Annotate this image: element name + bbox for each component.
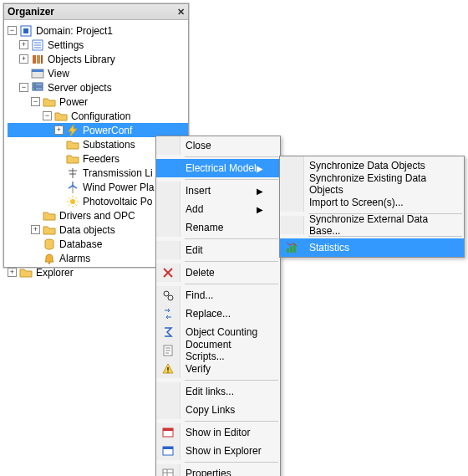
svg-point-38 xyxy=(168,295,173,300)
library-icon xyxy=(31,53,44,66)
sum-icon xyxy=(156,323,181,341)
menu-edit[interactable]: Edit xyxy=(156,241,280,259)
folder-icon xyxy=(66,152,79,166)
expand-icon[interactable]: + xyxy=(19,40,28,49)
svg-rect-10 xyxy=(32,69,43,72)
submenu-electrical-model: Synchronize Data Objects Synchronize Exi… xyxy=(279,156,465,258)
svg-rect-11 xyxy=(33,83,43,86)
expand-icon[interactable]: + xyxy=(19,54,28,64)
svg-point-44 xyxy=(167,371,169,373)
menu-document-scripts[interactable]: Document Scripts... xyxy=(156,341,280,360)
svg-rect-6 xyxy=(33,55,36,64)
svg-line-29 xyxy=(69,197,70,199)
menu-delete[interactable]: Delete xyxy=(156,264,280,282)
separator xyxy=(185,462,278,463)
menu-rename[interactable]: Rename xyxy=(156,218,280,237)
power-config-icon xyxy=(66,124,79,137)
svg-line-30 xyxy=(76,204,78,206)
menu-find[interactable]: Find... xyxy=(156,286,280,305)
svg-line-32 xyxy=(76,197,78,199)
svg-point-34 xyxy=(48,262,50,264)
folder-icon xyxy=(54,110,68,123)
menu-electrical-model[interactable]: Electrical Model ▶ xyxy=(156,159,280,177)
collapse-icon[interactable]: − xyxy=(19,83,28,92)
menu-close[interactable]: Close xyxy=(156,136,280,155)
alarm-icon xyxy=(43,252,56,265)
submenu-sync-existing[interactable]: Synchronize Existing Data Objects xyxy=(280,175,464,193)
wind-icon xyxy=(66,181,79,194)
solar-icon xyxy=(66,195,79,208)
collapse-icon[interactable]: − xyxy=(43,111,52,120)
collapse-icon[interactable]: − xyxy=(31,97,40,106)
context-menu: Close Electrical Model ▶ Insert ▶ Add ▶ … xyxy=(155,136,281,476)
submenu-arrow-icon: ▶ xyxy=(257,187,263,196)
svg-rect-1 xyxy=(23,28,28,33)
svg-marker-15 xyxy=(69,125,77,136)
expand-icon[interactable]: + xyxy=(8,268,17,277)
svg-rect-12 xyxy=(33,87,43,90)
menu-show-in-explorer[interactable]: Show in Explorer xyxy=(156,442,280,460)
tree-node-server-objects[interactable]: − Server objects xyxy=(8,80,188,95)
replace-icon xyxy=(156,305,181,323)
svg-rect-48 xyxy=(163,447,173,449)
separator xyxy=(185,380,278,381)
panel-header: Organizer ✕ xyxy=(4,4,188,20)
svg-rect-7 xyxy=(37,55,40,64)
expand-icon[interactable]: + xyxy=(31,225,40,234)
svg-rect-46 xyxy=(163,428,173,431)
view-icon xyxy=(31,67,44,80)
explorer-icon xyxy=(19,266,33,279)
separator xyxy=(185,179,278,180)
submenu-statistics[interactable]: Statistics xyxy=(280,238,464,257)
svg-rect-8 xyxy=(41,55,43,64)
collapse-icon[interactable]: − xyxy=(8,26,17,35)
separator xyxy=(185,284,278,284)
svg-point-14 xyxy=(34,88,36,90)
tree-node-view[interactable]: View xyxy=(8,66,188,80)
svg-rect-52 xyxy=(287,248,289,253)
svg-point-13 xyxy=(34,84,36,85)
properties-icon xyxy=(156,464,181,476)
find-icon xyxy=(156,286,181,305)
folder-icon xyxy=(43,223,56,237)
tree-node-domain[interactable]: − Domain: Project1 xyxy=(8,23,188,38)
folder-icon xyxy=(43,95,56,109)
script-icon xyxy=(156,341,181,360)
editor-icon xyxy=(156,423,181,442)
menu-insert[interactable]: Insert ▶ xyxy=(156,182,280,200)
separator xyxy=(185,238,278,239)
expand-icon[interactable]: + xyxy=(54,125,64,135)
submenu-import-screens[interactable]: Import to Screen(s)... xyxy=(280,193,464,212)
delete-icon xyxy=(156,264,181,282)
svg-point-37 xyxy=(164,291,169,296)
menu-replace[interactable]: Replace... xyxy=(156,305,280,323)
explorer-window-icon xyxy=(156,442,181,460)
separator xyxy=(185,156,278,157)
tree-node-objects-library[interactable]: + Objects Library xyxy=(8,52,188,66)
tree-node-power[interactable]: − Power xyxy=(8,95,188,109)
separator xyxy=(185,421,278,422)
menu-add[interactable]: Add ▶ xyxy=(156,200,280,218)
settings-icon xyxy=(31,38,44,52)
svg-line-21 xyxy=(69,186,73,188)
close-icon[interactable]: ✕ xyxy=(177,4,185,19)
tree-node-configuration[interactable]: − Configuration xyxy=(8,109,188,123)
menu-properties[interactable]: Properties xyxy=(156,464,280,476)
menu-verify[interactable]: Verify xyxy=(156,360,280,378)
transmission-icon xyxy=(66,166,79,180)
svg-rect-53 xyxy=(290,246,292,253)
statistics-icon xyxy=(280,238,304,257)
menu-copy-links[interactable]: Copy Links xyxy=(156,401,280,419)
submenu-sync-external[interactable]: Synchronize External Data Base... xyxy=(280,216,464,234)
svg-point-24 xyxy=(70,199,75,204)
domain-icon xyxy=(19,24,33,38)
menu-edit-links[interactable]: Edit links... xyxy=(156,382,280,401)
svg-line-22 xyxy=(73,186,77,188)
submenu-arrow-icon: ▶ xyxy=(257,205,263,214)
separator xyxy=(185,261,278,262)
tree-node-settings[interactable]: + Settings xyxy=(8,38,188,52)
database-icon xyxy=(43,238,56,251)
folder-icon xyxy=(43,209,56,223)
menu-show-in-editor[interactable]: Show in Editor xyxy=(156,423,280,442)
folder-icon xyxy=(66,138,79,151)
